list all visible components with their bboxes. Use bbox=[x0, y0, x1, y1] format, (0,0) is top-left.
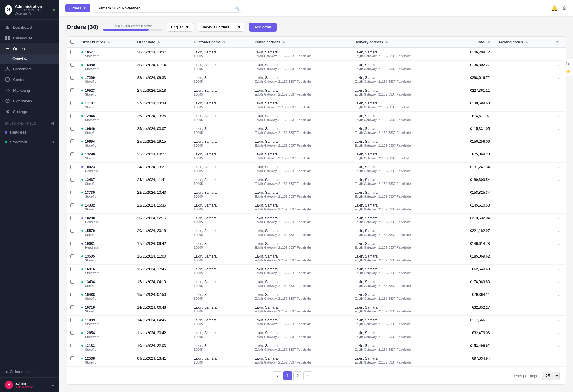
row-actions-button[interactable]: ··· bbox=[556, 152, 562, 158]
row-actions-button[interactable]: ··· bbox=[556, 76, 562, 81]
row-checkbox[interactable] bbox=[70, 178, 74, 182]
row-actions-button[interactable]: ··· bbox=[556, 101, 562, 107]
order-number[interactable]: 13730 bbox=[85, 191, 99, 195]
order-number[interactable]: 12467 bbox=[85, 178, 99, 182]
sidebar-item-catalogues[interactable]: Catalogues bbox=[0, 33, 59, 43]
sidebar-item-dashboard[interactable]: ⊞ Dashboard bbox=[0, 22, 59, 33]
order-number[interactable]: 13299 bbox=[85, 152, 99, 156]
row-checkbox[interactable] bbox=[70, 254, 74, 258]
row-actions-button[interactable]: ··· bbox=[556, 50, 562, 55]
collapse-menu-button[interactable]: ◀ Collapse menu bbox=[0, 366, 59, 377]
row-checkbox[interactable] bbox=[70, 344, 74, 347]
sidebar-item-orders[interactable]: Orders bbox=[0, 43, 59, 54]
row-checkbox[interactable] bbox=[70, 88, 74, 92]
index-dropdown-button[interactable]: ▼ bbox=[234, 23, 244, 32]
index-all-orders-button[interactable]: Index all orders bbox=[198, 23, 234, 32]
sidebar-item-orders-overview[interactable]: Overview bbox=[0, 54, 59, 64]
help-icon[interactable]: ⚙ bbox=[562, 5, 567, 12]
select-all-checkbox[interactable] bbox=[70, 40, 74, 44]
user-menu-chevron[interactable]: ▲ bbox=[51, 383, 55, 387]
page-1-button[interactable]: 1 bbox=[283, 371, 292, 380]
order-number[interactable]: 10280 bbox=[85, 216, 99, 220]
items-per-page-select[interactable]: 25 50 100 bbox=[542, 372, 560, 380]
column-settings-icon[interactable]: ≡ bbox=[556, 40, 558, 44]
order-number[interactable]: 16488 bbox=[85, 293, 99, 297]
order-number[interactable]: 12946 bbox=[85, 114, 99, 118]
row-actions-button[interactable]: ··· bbox=[556, 254, 562, 260]
order-number[interactable]: 10023 bbox=[85, 165, 99, 169]
row-checkbox[interactable] bbox=[70, 305, 74, 309]
order-number[interactable]: 10694 bbox=[85, 139, 99, 144]
order-number[interactable]: 13434 bbox=[85, 280, 99, 284]
order-number[interactable]: 12183 bbox=[85, 344, 99, 348]
order-number[interactable]: 10716 bbox=[85, 305, 99, 310]
orders-dropdown-button[interactable]: Orders ▼ bbox=[65, 4, 90, 12]
order-number[interactable]: 12054 bbox=[85, 331, 99, 335]
row-actions-button[interactable]: ··· bbox=[556, 203, 562, 209]
row-checkbox[interactable] bbox=[70, 152, 74, 156]
row-actions-button[interactable]: ··· bbox=[556, 356, 562, 362]
row-checkbox[interactable] bbox=[70, 101, 74, 105]
order-number[interactable]: 10081 bbox=[85, 242, 99, 246]
order-number[interactable]: 10646 bbox=[85, 127, 99, 131]
row-actions-button[interactable]: ··· bbox=[556, 305, 562, 311]
row-actions-button[interactable]: ··· bbox=[556, 229, 562, 234]
row-checkbox[interactable] bbox=[70, 191, 74, 194]
row-actions-button[interactable]: ··· bbox=[556, 280, 562, 285]
row-actions-button[interactable]: ··· bbox=[556, 216, 562, 221]
row-checkbox[interactable] bbox=[70, 331, 74, 335]
row-actions-button[interactable]: ··· bbox=[556, 191, 562, 196]
row-actions-button[interactable]: ··· bbox=[556, 318, 562, 323]
row-actions-button[interactable]: ··· bbox=[556, 63, 562, 68]
order-number[interactable]: 17299 bbox=[85, 76, 99, 80]
order-number[interactable]: 16980 bbox=[85, 63, 99, 67]
row-actions-button[interactable]: ··· bbox=[556, 139, 562, 145]
sidebar-item-customers[interactable]: Customers bbox=[0, 64, 59, 74]
page-2-button[interactable]: 2 bbox=[293, 371, 302, 380]
search-input[interactable] bbox=[94, 4, 242, 13]
notifications-icon[interactable]: 🔔 bbox=[551, 5, 558, 12]
language-select[interactable]: English ▼ bbox=[167, 23, 193, 32]
row-checkbox[interactable] bbox=[70, 267, 74, 271]
row-actions-button[interactable]: ··· bbox=[556, 293, 562, 298]
sidebar-item-storefront[interactable]: Storefront 👁 bbox=[0, 137, 59, 147]
sidebar-item-settings[interactable]: ⚙ Settings bbox=[0, 106, 59, 117]
order-number[interactable]: 16916 bbox=[85, 267, 99, 271]
sidebar-item-extensions[interactable]: Extensions bbox=[0, 96, 59, 106]
row-checkbox[interactable] bbox=[70, 356, 74, 360]
row-checkbox[interactable] bbox=[70, 63, 74, 67]
row-checkbox[interactable] bbox=[70, 203, 74, 207]
row-actions-button[interactable]: ··· bbox=[556, 127, 562, 132]
row-actions-button[interactable]: ··· bbox=[556, 331, 562, 336]
order-number[interactable]: 13505 bbox=[85, 254, 99, 258]
row-checkbox[interactable] bbox=[70, 139, 74, 143]
add-channel-icon[interactable]: ⊕ bbox=[51, 120, 55, 126]
next-page-button[interactable]: › bbox=[303, 371, 312, 380]
order-number[interactable]: 17107 bbox=[85, 101, 99, 105]
refresh-icon[interactable]: ↻ bbox=[565, 61, 571, 67]
row-checkbox[interactable] bbox=[70, 216, 74, 220]
row-actions-button[interactable]: ··· bbox=[556, 114, 562, 119]
sidebar-item-marketing[interactable]: Marketing bbox=[0, 85, 59, 96]
order-number[interactable]: 10577 bbox=[85, 50, 99, 54]
row-actions-button[interactable]: ··· bbox=[556, 242, 562, 247]
order-number[interactable]: 11089 bbox=[85, 318, 99, 322]
row-checkbox[interactable] bbox=[70, 229, 74, 233]
row-actions-button[interactable]: ··· bbox=[556, 88, 562, 94]
row-checkbox[interactable] bbox=[70, 293, 74, 296]
order-number[interactable]: 12538 bbox=[85, 356, 99, 361]
row-actions-button[interactable]: ··· bbox=[556, 178, 562, 183]
order-number[interactable]: 10523 bbox=[85, 88, 99, 93]
filter-icon[interactable]: ⚡ bbox=[565, 69, 571, 74]
prev-page-button[interactable]: ‹ bbox=[273, 371, 282, 380]
row-checkbox[interactable] bbox=[70, 114, 74, 118]
row-actions-button[interactable]: ··· bbox=[556, 344, 562, 349]
row-checkbox[interactable] bbox=[70, 318, 74, 322]
order-number[interactable]: 15579 bbox=[85, 229, 99, 233]
storefront-visibility-icon[interactable]: 👁 bbox=[51, 140, 55, 144]
row-checkbox[interactable] bbox=[70, 76, 74, 80]
row-checkbox[interactable] bbox=[70, 127, 74, 131]
row-actions-button[interactable]: ··· bbox=[556, 267, 562, 272]
add-order-button[interactable]: Add order bbox=[249, 23, 277, 32]
row-checkbox[interactable] bbox=[70, 50, 74, 54]
